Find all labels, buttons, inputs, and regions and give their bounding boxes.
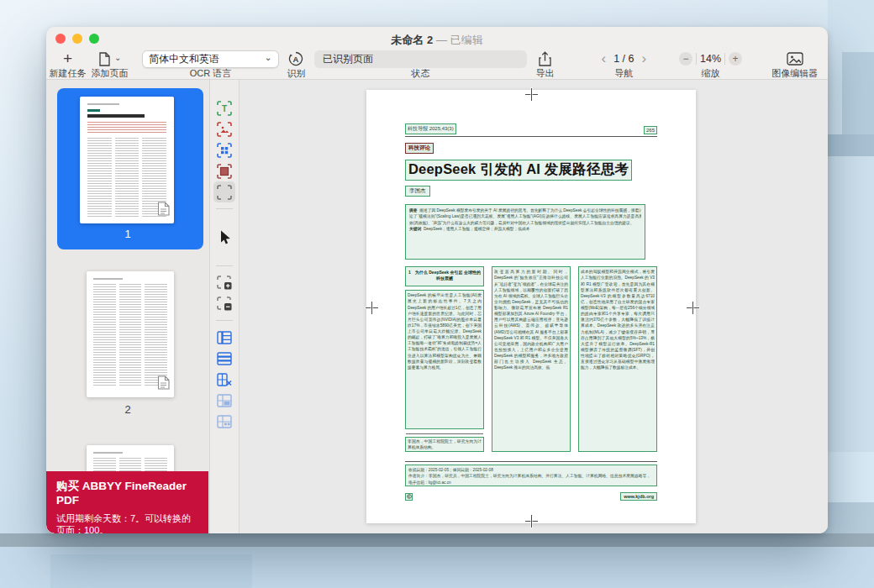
add-to-area-tool[interactable] [213,272,235,293]
journal-header-area[interactable]: 科技导报 2025,43(3) [405,123,456,134]
plus-icon: + [63,51,72,66]
status-group: 已识别页面 状态 [314,50,527,79]
divider [724,53,725,65]
abstract-area[interactable]: 摘要 阐述了因 DeepSeek 模型发布引发的关于 AI 发展路径的思考。首先… [405,204,645,260]
mini-title [87,114,145,118]
article-title-area[interactable]: DeepSeek 引发的 AI 发展路径思考 [405,160,632,181]
next-page-button[interactable]: › [637,52,650,66]
article-tag-area[interactable]: 科技评论 [405,143,434,154]
website-area[interactable]: www.kjdb.org [620,492,657,501]
column-3-text-area[interactable]: 成本的驾驭模型和开源商业模式，将引发人工智能行业新的浪潮。DeepSeek 的 … [578,266,657,452]
page-thumbnail-2[interactable] [87,271,174,397]
trial-banner-title: 购买 ABBYY FineReader PDF [56,479,198,507]
image-area-tool[interactable] [213,118,235,139]
recognize-button[interactable]: A 识别 [280,50,313,79]
document-view[interactable]: 科技导报 2025,43(3) 265 科技评论 DeepSeek 引发的 AI… [240,80,828,533]
column-1: 1 为什么 DeepSeek 会引起 全球性的科技震撼 DeepSeek 的横空… [405,266,484,452]
divider [216,208,233,209]
zoom-level: 14% [700,53,721,65]
mini-header-line [87,103,119,105]
divider [696,53,697,65]
document-icon [98,52,110,66]
document-name: 未命名 2 [391,34,433,46]
title-bar: 未命名 2— 已编辑 [46,27,828,49]
navigation-label: 导航 [614,68,633,79]
area-handle-bottom[interactable] [525,515,538,528]
subtract-from-area-tool[interactable] [213,293,235,314]
zoom-out-button[interactable]: − [679,52,692,66]
background-area-tool[interactable] [213,160,235,181]
ocr-language-select[interactable]: 简体中文和英语 ⌄ [142,50,279,68]
column-2-text-area[interactable]: 改变居高算力的新时期。同时，DeepSeek 的“鲶鱼效应”正推动科技公司从“追… [492,266,571,452]
close-button[interactable] [55,34,66,44]
wallpaper-shape [842,52,874,134]
select-cursor-tool[interactable] [213,227,235,248]
page-badge-icon [157,375,170,393]
mini-columns [87,138,166,218]
footnote-area[interactable]: 李国杰，中国工程院院士，研究方向为计算机体系结构。 [405,437,484,452]
footer-line2: 作者简介：李国杰，研究员，中国工程院院士，研究方向为计算机体系结构、并行算法、人… [408,474,650,485]
page-thumbnail-1[interactable] [80,97,174,223]
page-indicator: 1 / 6 [613,53,634,65]
share-icon [539,51,551,66]
footer-area[interactable]: 收稿日期：2025-02-05；修回日期：2025-02-08 作者简介：李国杰… [405,465,657,486]
svg-text:A: A [293,55,299,64]
area-tools-panel: T [210,80,240,533]
fullscreen-button[interactable] [89,34,99,44]
ocr-language-value: 简体中文和英语 [149,52,219,66]
merge-cells-tool [213,390,235,411]
app-window: 未命名 2— 已编辑 + 新建任务 ⌄ 添加页面 简体中文和英语 ⌄ OCR 语… [46,27,828,533]
status-field: 已识别页面 [314,50,527,68]
table-area-tool[interactable] [213,139,235,160]
pages-panel: 1 2 购买 ABBYY FineReader PDF 试用期剩余天数 [46,80,210,533]
recognize-icon: A [288,51,303,66]
footer-line1: 收稿日期：2025-02-05；修回日期：2025-02-08 [408,468,493,473]
section-heading-text: 1 为什么 DeepSeek 会引起 全球性的科技震撼 [408,269,482,281]
main-toolbar: + 新建任务 ⌄ 添加页面 简体中文和英语 ⌄ OCR 语言 [46,49,828,80]
area-handle-top[interactable] [525,88,538,101]
export-button[interactable]: 导出 [527,50,563,79]
minimize-button[interactable] [72,34,82,44]
add-vertical-separator-tool[interactable] [213,327,235,348]
page-number-area[interactable]: 265 [644,126,657,134]
abstract-label: 摘要 [409,208,418,213]
column-1-text: DeepSeek 的横空出世是人工智能(AI)发展史上新的标志性事件。7天之内 … [408,292,482,370]
main-content: 1 2 购买 ABBYY FineReader PDF 试用期剩余天数 [46,80,828,533]
previous-page-button[interactable]: ‹ [597,52,610,66]
column-3-text: 成本的驾驭模型和开源商业模式，将引发人工智能行业新的浪潮。DeepSeek 的 … [581,269,655,370]
add-pages-button[interactable]: ⌄ 添加页面 [89,50,130,79]
column-2-text: 改变居高算力的新时期。同时，DeepSeek 的“鲶鱼效应”正推动科技公司从“追… [494,269,568,370]
copyright-mark-area[interactable] [405,493,413,501]
divider [216,265,233,266]
new-task-label: 新建任务 [50,68,87,79]
footnote-text: 李国杰，中国工程院院士，研究方向为计算机体系结构。 [408,438,482,450]
new-task-button[interactable]: + 新建任务 [48,50,87,79]
wallpaper-shape [0,533,874,547]
page-footer: 收稿日期：2025-02-05；修回日期：2025-02-08 作者简介：李国杰… [405,461,657,486]
recognition-area-tool[interactable] [213,181,235,202]
page-content: 科技导报 2025,43(3) 265 科技评论 DeepSeek 引发的 AI… [405,123,657,501]
section-heading-area[interactable]: 1 为什么 DeepSeek 会引起 全球性的科技震撼 [405,266,484,286]
trial-banner[interactable]: 购买 ABBYY FineReader PDF 试用期剩余天数：7。可以转换的页… [46,471,208,533]
delete-separator-tool[interactable] [213,369,235,390]
body-columns: 1 为什么 DeepSeek 会引起 全球性的科技震撼 DeepSeek 的横空… [405,266,657,452]
column-1-text-area[interactable]: DeepSeek 的横空出世是人工智能(AI)发展史上新的标志性事件。7天之内 … [405,290,484,429]
ocr-language-group: 简体中文和英语 ⌄ OCR 语言 [142,50,279,79]
mini-columns [93,284,167,386]
zoom-in-button[interactable]: + [729,52,742,66]
navigation-group: ‹ 1 / 6 › 导航 [588,50,659,79]
svg-text:T: T [222,103,227,113]
text-area-tool[interactable]: T [213,97,235,118]
article-author-area[interactable]: 李国杰 [405,186,430,197]
page-number-1: 1 [46,228,209,240]
export-label: 导出 [536,68,555,79]
status-value: 已识别页面 [323,52,373,66]
wallpaper-shape [828,134,874,156]
document-page[interactable]: 科技导报 2025,43(3) 265 科技评论 DeepSeek 引发的 AI… [366,90,696,523]
zoom-label: 缩放 [702,68,720,79]
area-handle-left[interactable] [366,302,378,314]
trial-banner-body: 试用期剩余天数：7。可以转换的页面：100。 [56,512,198,533]
area-handle-right[interactable] [687,302,699,314]
image-editor-button[interactable]: 图像编辑器 [762,50,828,79]
add-horizontal-separator-tool[interactable] [213,348,235,369]
